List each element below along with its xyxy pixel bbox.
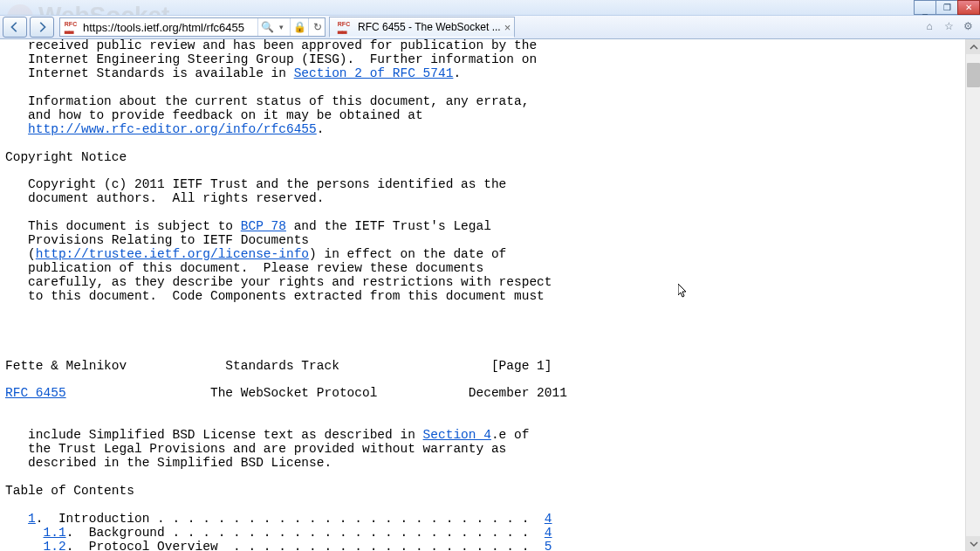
home-icon[interactable]: ⌂ bbox=[922, 19, 936, 33]
text: . Background . . . . . . . . . . . . . .… bbox=[66, 526, 545, 540]
link-rfc-editor[interactable]: http://www.rfc-editor.org/info/rfc6455 bbox=[28, 122, 317, 136]
text: received public review and has been appr… bbox=[5, 39, 537, 52]
tools-icon[interactable]: ⚙ bbox=[961, 19, 975, 33]
link-rfc6455[interactable]: RFC 6455 bbox=[5, 386, 66, 400]
toc-page-5[interactable]: 5 bbox=[545, 540, 552, 551]
text: Internet Engineering Steering Group (IES… bbox=[5, 52, 537, 66]
text: .e of bbox=[491, 428, 530, 442]
content-area: received public review and has been appr… bbox=[0, 39, 980, 551]
browser-tab[interactable]: RFC▃▃ RFC 6455 - The WebSocket ... × bbox=[329, 17, 515, 38]
minimize-button[interactable]: _ bbox=[914, 0, 936, 15]
toc-page-4[interactable]: 4 bbox=[545, 512, 552, 526]
text: Internet Standards is available in bbox=[5, 66, 294, 80]
link-license-info[interactable]: http://trustee.ietf.org/license-info bbox=[36, 247, 309, 261]
heading-toc: Table of Contents bbox=[5, 484, 134, 498]
scroll-thumb[interactable] bbox=[967, 63, 980, 87]
text: carefully, as they describe your rights … bbox=[5, 275, 552, 289]
tab-favicon: RFC▃▃ bbox=[336, 19, 352, 35]
address-bar: RFC▃▃ 🔍 ▾ 🔒 ↻ bbox=[59, 17, 326, 37]
rfc-document: received public review and has been appr… bbox=[0, 39, 965, 551]
chevron-down-icon bbox=[970, 540, 978, 548]
page-header: The WebSocket Protocol December 2011 bbox=[66, 386, 567, 400]
heading-copyright: Copyright Notice bbox=[5, 150, 127, 164]
scroll-up-button[interactable] bbox=[966, 39, 980, 54]
chevron-up-icon bbox=[970, 43, 978, 52]
text: and how to provide feedback on it may be… bbox=[5, 108, 423, 122]
toc-link-1[interactable]: 1 bbox=[28, 512, 36, 526]
maximize-button[interactable]: ❐ bbox=[935, 0, 958, 15]
text: . Introduction . . . . . . . . . . . . .… bbox=[36, 512, 545, 526]
tab-close-button[interactable]: × bbox=[504, 21, 511, 34]
text: described in the Simplified BSD License. bbox=[5, 456, 332, 470]
back-button[interactable] bbox=[3, 17, 27, 38]
forward-button[interactable] bbox=[30, 17, 54, 38]
page-footer: Fette & Melnikov Standards Track [Page 1… bbox=[5, 359, 552, 373]
site-favicon: RFC▃▃ bbox=[63, 19, 79, 35]
title-bar[interactable]: WebSocket _ ❐ ✕ bbox=[0, 0, 980, 15]
scroll-track[interactable] bbox=[966, 54, 980, 536]
text: Provisions Relating to IETF Documents bbox=[5, 233, 309, 247]
scroll-down-button[interactable] bbox=[966, 536, 980, 551]
window-buttons: _ ❐ ✕ bbox=[915, 0, 980, 15]
text: ) in effect on the date of bbox=[309, 247, 506, 261]
text: document authors. All rights reserved. bbox=[5, 191, 324, 205]
vertical-scrollbar[interactable] bbox=[965, 39, 980, 551]
url-input[interactable] bbox=[81, 18, 256, 36]
browser-window: WebSocket _ ❐ ✕ RFC▃▃ 🔍 ▾ 🔒 ↻ RFC▃▃ RFC … bbox=[0, 0, 980, 551]
text: Information about the current status of … bbox=[5, 94, 529, 108]
toc-page-4b[interactable]: 4 bbox=[545, 526, 552, 540]
close-button[interactable]: ✕ bbox=[957, 0, 980, 15]
text: Copyright (c) 2011 IETF Trust and the pe… bbox=[5, 177, 506, 191]
tab-title: RFC 6455 - The WebSocket ... bbox=[358, 21, 501, 33]
toc-link-1-2[interactable]: 1.2 bbox=[44, 540, 66, 551]
toolbar-right-icons: ⌂ ☆ ⚙ bbox=[922, 19, 975, 33]
arrow-left-icon bbox=[9, 21, 21, 33]
toc-link-1-1[interactable]: 1.1 bbox=[44, 526, 66, 540]
arrow-right-icon bbox=[36, 21, 48, 33]
text: . bbox=[317, 122, 325, 136]
text: to this document. Code Components extrac… bbox=[5, 289, 545, 303]
text: . Protocol Overview . . . . . . . . . . … bbox=[66, 540, 545, 551]
link-section4[interactable]: Section 4 bbox=[423, 428, 491, 442]
refresh-button[interactable]: ↻ bbox=[311, 20, 325, 34]
favorites-icon[interactable]: ☆ bbox=[942, 19, 956, 33]
text: publication of this document. Please rev… bbox=[5, 261, 483, 275]
search-dropdown-icon[interactable]: ▾ bbox=[274, 20, 288, 34]
text: the Trust Legal Provisions and are provi… bbox=[5, 442, 506, 456]
text: . bbox=[453, 66, 461, 80]
link-bcp78[interactable]: BCP 78 bbox=[241, 219, 286, 233]
lock-icon: 🔒 bbox=[292, 20, 306, 34]
text: and the IETF Trust's Legal bbox=[286, 219, 491, 233]
toolbar: RFC▃▃ 🔍 ▾ 🔒 ↻ RFC▃▃ RFC 6455 - The WebSo… bbox=[0, 15, 980, 39]
search-icon[interactable]: 🔍 bbox=[260, 20, 274, 34]
link-section2-rfc5741[interactable]: Section 2 of RFC 5741 bbox=[294, 66, 454, 80]
